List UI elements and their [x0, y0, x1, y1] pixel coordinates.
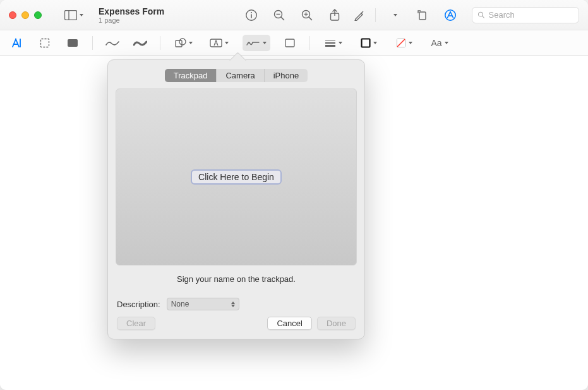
share-button[interactable]: [326, 6, 344, 24]
info-icon: [245, 9, 258, 21]
redact-icon: [67, 39, 78, 47]
zoom-in-icon: [301, 9, 313, 21]
svg-line-14: [361, 11, 363, 13]
zoom-in-button[interactable]: [298, 6, 316, 24]
close-window-button[interactable]: [9, 11, 16, 19]
redact-tool-button[interactable]: [64, 35, 81, 51]
svg-rect-30: [362, 39, 370, 47]
highlight-icon: [354, 9, 365, 21]
signature-popover: Trackpad Camera iPhone Click Here to Beg…: [107, 59, 365, 339]
chevron-down-icon: [339, 42, 342, 44]
svg-rect-15: [419, 12, 426, 20]
note-icon: [285, 39, 295, 47]
chevron-down-icon: [225, 42, 229, 44]
clear-button[interactable]: Clear: [117, 317, 155, 330]
textbox-icon: [210, 39, 222, 47]
sidebar-toggle-button[interactable]: [62, 6, 86, 24]
zoom-out-button[interactable]: [270, 6, 288, 24]
markup-icon: [444, 9, 457, 21]
titlebar: Expenses Form 1 page: [0, 0, 588, 30]
sketch-icon: [105, 39, 119, 47]
svg-point-25: [248, 42, 249, 44]
selection-tool-button[interactable]: [37, 35, 53, 51]
svg-rect-22: [176, 40, 182, 47]
done-button[interactable]: Done: [317, 317, 356, 330]
zoom-out-icon: [273, 9, 285, 21]
note-button[interactable]: [282, 35, 298, 51]
text-icon: [11, 38, 23, 48]
markup-toolbar: Aa: [0, 30, 588, 56]
svg-rect-21: [68, 39, 78, 47]
border-color-icon: [361, 38, 371, 48]
minimize-window-button[interactable]: [21, 11, 29, 19]
maximize-window-button[interactable]: [34, 11, 42, 19]
svg-rect-0: [65, 10, 77, 20]
highlight-menu-button[interactable]: [386, 6, 404, 24]
border-color-button[interactable]: [357, 35, 381, 51]
begin-signature-button[interactable]: Click Here to Begin: [191, 169, 282, 185]
fill-color-button[interactable]: [392, 35, 416, 51]
svg-line-9: [309, 17, 312, 20]
fill-color-icon: [396, 38, 406, 48]
signature-source-tabs: Trackpad Camera iPhone: [108, 60, 364, 88]
highlight-button[interactable]: [354, 6, 365, 24]
chevron-down-icon: [393, 14, 397, 16]
signature-instruction: Sign your name on the trackpad.: [108, 265, 364, 298]
draw-tool-button[interactable]: [132, 35, 148, 51]
text-style-button[interactable]: Aa: [428, 35, 452, 51]
svg-rect-20: [41, 39, 49, 47]
svg-line-6: [281, 17, 284, 20]
chevron-down-icon: [409, 42, 412, 44]
sidebar-icon: [64, 10, 77, 20]
shapes-button[interactable]: [172, 35, 196, 51]
info-button[interactable]: [243, 6, 260, 24]
draw-icon: [133, 39, 147, 47]
sketch-tool-button[interactable]: [104, 35, 121, 51]
chevron-down-icon: [80, 14, 83, 16]
document-title: Expenses Form: [99, 6, 164, 16]
rotate-button[interactable]: [414, 6, 431, 24]
textbox-button[interactable]: [207, 35, 231, 51]
preview-window: Expenses Form 1 page: [0, 0, 588, 390]
search-box[interactable]: [472, 7, 579, 23]
svg-point-23: [179, 39, 186, 45]
sign-button[interactable]: [243, 35, 270, 51]
chevron-down-icon: [189, 42, 193, 44]
text-style-icon: Aa: [431, 38, 441, 48]
search-icon: [477, 11, 485, 19]
search-input[interactable]: [489, 10, 574, 20]
signature-capture-area[interactable]: Click Here to Begin: [116, 88, 357, 265]
markup-button[interactable]: [441, 6, 459, 24]
svg-rect-26: [285, 39, 294, 47]
tab-iphone[interactable]: iPhone: [265, 69, 308, 82]
tab-trackpad[interactable]: Trackpad: [165, 69, 217, 82]
description-value: None: [171, 300, 189, 308]
border-width-button[interactable]: [321, 35, 345, 51]
text-tool-button[interactable]: [9, 35, 25, 51]
chevron-down-icon: [373, 42, 377, 44]
rotate-icon: [417, 9, 428, 21]
document-subtitle: 1 page: [99, 16, 164, 24]
signature-icon: [246, 39, 260, 47]
description-label: Description:: [117, 300, 160, 309]
toolbar-icons: [243, 6, 459, 24]
shapes-icon: [175, 38, 186, 48]
chevron-down-icon: [263, 42, 267, 44]
svg-line-18: [482, 16, 484, 18]
share-icon: [329, 9, 340, 21]
chevron-down-icon: [445, 42, 448, 44]
border-width-icon: [325, 39, 336, 47]
stepper-icon: [231, 302, 235, 307]
description-select[interactable]: None: [167, 298, 239, 310]
document-title-block: Expenses Form 1 page: [99, 6, 164, 24]
svg-point-3: [251, 11, 252, 13]
cancel-button[interactable]: Cancel: [267, 317, 311, 330]
tab-camera[interactable]: Camera: [217, 69, 264, 82]
selection-icon: [40, 38, 50, 48]
traffic-lights: [9, 11, 42, 19]
